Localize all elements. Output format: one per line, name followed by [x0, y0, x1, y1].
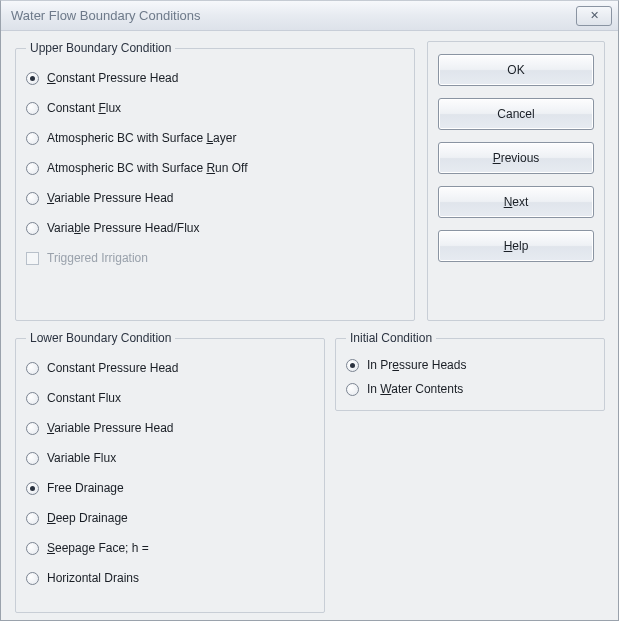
upper-opt-constant-pressure-head[interactable]: Constant Pressure Head	[26, 63, 404, 93]
radio-icon	[346, 359, 359, 372]
radio-label: Constant Pressure Head	[47, 361, 178, 375]
radio-icon	[26, 422, 39, 435]
initial-opt-water-contents[interactable]: In Water Contents	[346, 377, 594, 401]
dialog-window: Water Flow Boundary Conditions ✕ Upper B…	[0, 0, 619, 621]
checkbox-icon	[26, 252, 39, 265]
radio-icon	[26, 542, 39, 555]
radio-label: Variable Pressure Head/Flux	[47, 221, 200, 235]
lower-boundary-legend: Lower Boundary Condition	[26, 331, 175, 345]
ok-button[interactable]: OK	[438, 54, 594, 86]
initial-condition-group: Initial Condition In Pressure Heads In W…	[335, 331, 605, 411]
close-button[interactable]: ✕	[576, 6, 612, 26]
radio-icon	[26, 482, 39, 495]
window-title: Water Flow Boundary Conditions	[11, 8, 201, 23]
button-label: Previous	[493, 151, 540, 165]
button-label: OK	[507, 63, 524, 77]
button-panel: OK Cancel Previous Next Help	[427, 41, 605, 321]
lower-opt-deep-drainage[interactable]: Deep Drainage	[26, 503, 314, 533]
radio-icon	[26, 392, 39, 405]
radio-label: Constant Pressure Head	[47, 71, 178, 85]
button-label: Cancel	[497, 107, 534, 121]
upper-check-triggered-irrigation: Triggered Irrigation	[26, 243, 404, 273]
initial-opt-pressure-heads[interactable]: In Pressure Heads	[346, 353, 594, 377]
lower-opt-seepage-face[interactable]: Seepage Face; h =	[26, 533, 314, 563]
titlebar: Water Flow Boundary Conditions ✕	[1, 1, 618, 31]
lower-opt-free-drainage[interactable]: Free Drainage	[26, 473, 314, 503]
radio-icon	[26, 572, 39, 585]
lower-opt-constant-pressure-head[interactable]: Constant Pressure Head	[26, 353, 314, 383]
lower-opt-variable-flux[interactable]: Variable Flux	[26, 443, 314, 473]
lower-opt-variable-pressure-head[interactable]: Variable Pressure Head	[26, 413, 314, 443]
cancel-button[interactable]: Cancel	[438, 98, 594, 130]
upper-opt-atm-surface-layer[interactable]: Atmospheric BC with Surface Layer	[26, 123, 404, 153]
radio-icon	[26, 72, 39, 85]
lower-boundary-group: Lower Boundary Condition Constant Pressu…	[15, 331, 325, 613]
radio-label: Variable Flux	[47, 451, 116, 465]
lower-opt-constant-flux[interactable]: Constant Flux	[26, 383, 314, 413]
radio-icon	[26, 512, 39, 525]
radio-icon	[26, 222, 39, 235]
lower-opt-horizontal-drains[interactable]: Horizontal Drains	[26, 563, 314, 593]
upper-opt-variable-pressure-head[interactable]: Variable Pressure Head	[26, 183, 404, 213]
initial-condition-legend: Initial Condition	[346, 331, 436, 345]
radio-label: Constant Flux	[47, 391, 121, 405]
upper-boundary-legend: Upper Boundary Condition	[26, 41, 175, 55]
radio-label: Horizontal Drains	[47, 571, 139, 585]
radio-icon	[26, 192, 39, 205]
radio-label: In Water Contents	[367, 382, 463, 396]
radio-icon	[346, 383, 359, 396]
upper-opt-atm-surface-runoff[interactable]: Atmospheric BC with Surface Run Off	[26, 153, 404, 183]
next-button[interactable]: Next	[438, 186, 594, 218]
close-icon: ✕	[590, 9, 599, 22]
previous-button[interactable]: Previous	[438, 142, 594, 174]
upper-opt-constant-flux[interactable]: Constant Flux	[26, 93, 404, 123]
radio-icon	[26, 162, 39, 175]
radio-label: Atmospheric BC with Surface Run Off	[47, 161, 248, 175]
checkbox-label: Triggered Irrigation	[47, 251, 148, 265]
radio-label: Atmospheric BC with Surface Layer	[47, 131, 236, 145]
button-label: Help	[504, 239, 529, 253]
radio-label: Deep Drainage	[47, 511, 128, 525]
radio-icon	[26, 102, 39, 115]
button-label: Next	[504, 195, 529, 209]
radio-label: Variable Pressure Head	[47, 191, 174, 205]
radio-label: Seepage Face; h =	[47, 541, 149, 555]
radio-label: Constant Flux	[47, 101, 121, 115]
radio-label: In Pressure Heads	[367, 358, 466, 372]
radio-label: Variable Pressure Head	[47, 421, 174, 435]
radio-icon	[26, 452, 39, 465]
radio-icon	[26, 132, 39, 145]
radio-label: Free Drainage	[47, 481, 124, 495]
upper-boundary-group: Upper Boundary Condition Constant Pressu…	[15, 41, 415, 321]
dialog-content: Upper Boundary Condition Constant Pressu…	[9, 35, 610, 612]
help-button[interactable]: Help	[438, 230, 594, 262]
upper-opt-variable-pressure-head-flux[interactable]: Variable Pressure Head/Flux	[26, 213, 404, 243]
radio-icon	[26, 362, 39, 375]
